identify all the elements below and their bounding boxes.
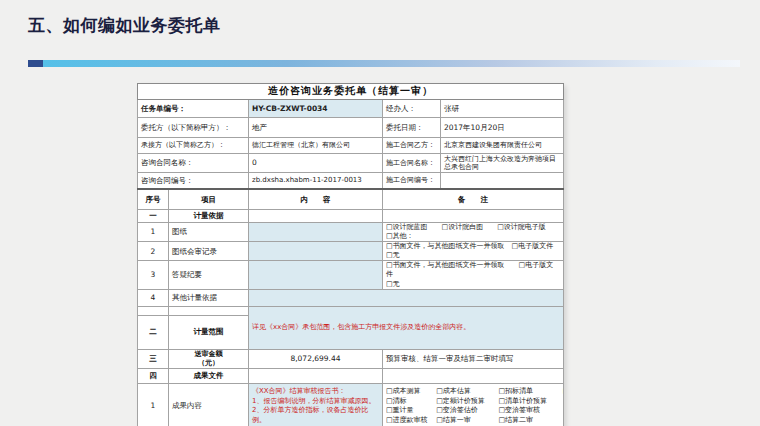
form-title: 造价咨询业务委托单（结算一审） [138, 84, 564, 100]
accent-bar-gradient [43, 60, 740, 67]
table-row-result-content: 1 成果内容 《XX合同》结算审核报告书： 1、报告编制说明，分析结算审减原因。… [138, 383, 564, 426]
checkbox-bid-clarify: □清标 [386, 397, 434, 406]
amount-value: 8,072,699.44 [249, 349, 383, 368]
checkbox-line-1: □成本测算 □成本估算 □招标清单 □标底 [386, 387, 560, 396]
row2-item: 图纸会审记录 [169, 242, 249, 261]
result-seq: 1 [138, 383, 169, 426]
row2-remark-checkboxes: □书面文件，与其他图纸文件一并领取 □电子版文件 [386, 242, 560, 251]
section-row-basis: 一 计量依据 [138, 210, 564, 223]
section1-content [249, 210, 383, 223]
checkbox-cost-assessment: □成本估算 [436, 387, 496, 396]
row3-item: 答疑纪要 [169, 261, 249, 289]
row1-seq: 1 [138, 223, 169, 242]
task-no-value: HY-CB-ZXWT-0034 [249, 100, 383, 118]
spacer-row: 详见《xx合同》承包范围，包含施工方申报文件涉及造价的全部内容。 [138, 306, 564, 315]
row3-remark: □书面文件，与其他图纸文件一并领取 □电子版文件 □无 [383, 261, 564, 289]
section2-item: 计量范围 [169, 315, 249, 349]
row4-item: 其他计量依据 [169, 289, 249, 306]
checkbox-list-budget: □清单计价预算 [498, 397, 560, 406]
section3-seq: 三 [138, 349, 169, 368]
accent-bar-block [28, 60, 43, 67]
result-content-line1: 《XX合同》结算审核报告书： [252, 387, 379, 396]
row1-item: 图纸 [169, 223, 249, 242]
checkbox-base-price: □标底 [563, 387, 564, 395]
construction-contract-name-label: 施工合同名称： [383, 154, 441, 173]
checkbox-settlement-first-review: □结算一审 [436, 416, 496, 425]
info-row-consult-contract-name: 咨询合同名称： 0 施工合同名称： 大兴西红门上海大众改造为奔驰项目总承包合同 [138, 154, 564, 173]
handler-value: 张研 [441, 100, 564, 118]
section4-remark [383, 368, 564, 383]
consult-contract-no-label: 咨询合同编号： [138, 173, 249, 189]
header-remark: 备 注 [383, 189, 564, 210]
row2-content [249, 242, 383, 261]
entrust-date-value: 2017年10月20日 [441, 118, 564, 138]
checkbox-progress-payment-audit: □进度款审核 [386, 416, 434, 425]
header-seq: 序号 [138, 189, 169, 210]
construction-contract-no-label: 施工合同编号： [383, 173, 441, 189]
section1-seq: 一 [138, 210, 169, 223]
amount-item-line2: （元） [172, 359, 245, 367]
contractor-value: 德汇工程管理（北京）有限公司 [249, 138, 383, 154]
header-item: 项目 [169, 189, 249, 210]
info-row-contractor: 承接方（以下简称乙方）： 德汇工程管理（北京）有限公司 施工合同乙方： 北京京西… [138, 138, 564, 154]
title-accent-bar [28, 60, 740, 67]
row2-remark: □书面文件，与其他图纸文件一并领取 □电子版文件 □无 [383, 242, 564, 261]
checkbox-quota-budget: □定额计价预算 [436, 397, 496, 406]
presentation-slide: 五、如何编如业务委托单 造价咨询业务委托单（结算一审） 任务单编号： HY-CB… [0, 0, 760, 426]
checkbox-line-4: □进度款审核 □结算一审 □结算二审 [386, 416, 560, 425]
row1-content [249, 223, 383, 242]
row4-seq: 4 [138, 289, 169, 306]
checkbox-line-3: □重计量 □变洽签估价 □变洽签审核 [386, 406, 560, 415]
row3-seq: 3 [138, 261, 169, 289]
slide-title: 五、如何编如业务委托单 [28, 14, 221, 37]
scope-content: 详见《xx合同》承包范围，包含施工方申报文件涉及造价的全部内容。 [249, 306, 564, 349]
handler-label: 经办人： [383, 100, 441, 118]
section2-seq: 二 [138, 315, 169, 349]
amount-item-line1: 送审金额 [172, 350, 245, 358]
construction-party-label: 施工合同乙方： [383, 138, 441, 154]
checkbox-line-2: □清标 □定额计价预算 □清单计价预算 [386, 397, 560, 406]
construction-contract-no-value [441, 173, 564, 189]
result-content: 《XX合同》结算审核报告书： 1、报告编制说明，分析结算审减原因。 2、分析单方… [249, 383, 383, 426]
table-header-row: 序号 项目 内 容 备 注 [138, 189, 564, 210]
amount-remark: 预算审核、结算一审及结算二审时填写 [383, 349, 564, 368]
spacer-seq [138, 306, 169, 315]
info-row-consult-contract-no: 咨询合同编号： zb.dxsha.xhabm-11-2017-0013 施工合同… [138, 173, 564, 189]
construction-party-value: 北京京西建设集团有限责任公司 [441, 138, 564, 154]
client-label: 委托方（以下简称甲方）： [138, 118, 249, 138]
section3-item: 送审金额 （元） [169, 349, 249, 368]
spacer-item [169, 306, 249, 315]
checkbox-change-valuation: □变洽签估价 [436, 406, 496, 415]
entrust-date-label: 委托日期： [383, 118, 441, 138]
table-row-qa-minutes: 3 答疑纪要 □书面文件，与其他图纸文件一并领取 □电子版文件 □无 [138, 261, 564, 289]
consult-contract-name-label: 咨询合同名称： [138, 154, 249, 173]
client-value: 地产 [249, 118, 383, 138]
checkbox-bid-list: □招标清单 [498, 387, 560, 396]
section4-seq: 四 [138, 368, 169, 383]
contractor-label: 承接方（以下简称乙方）： [138, 138, 249, 154]
result-content-line3: 2、分析单方造价指标，设备占造价比例。 [252, 406, 379, 425]
task-no-label: 任务单编号： [138, 100, 249, 118]
section4-item: 成果文件 [169, 368, 249, 383]
consult-contract-name-value: 0 [249, 154, 383, 173]
section1-item: 计量依据 [169, 210, 249, 223]
consult-contract-no-value: zb.dxsha.xhabm-11-2017-0013 [249, 173, 383, 189]
table-row-drawing-review: 2 图纸会审记录 □书面文件，与其他图纸文件一并领取 □电子版文件 □无 [138, 242, 564, 261]
checkbox-remeasure: □重计量 [386, 406, 434, 415]
row3-remark-none-checkbox: □无 [386, 280, 560, 289]
section1-remark [383, 210, 564, 223]
section-row-deliverables: 四 成果文件 [138, 368, 564, 383]
table-row-other-basis: 4 其他计量依据 [138, 289, 564, 306]
commission-form-table: 造价咨询业务委托单（结算一审） 任务单编号： HY-CB-ZXWT-0034 经… [137, 83, 564, 426]
row3-remark-checkboxes: □书面文件，与其他图纸文件一并领取 □电子版文件 [386, 261, 560, 279]
row4-content [249, 289, 564, 306]
info-row-task-no: 任务单编号： HY-CB-ZXWT-0034 经办人： 张研 [138, 100, 564, 118]
commission-form-document: 造价咨询业务委托单（结算一审） 任务单编号： HY-CB-ZXWT-0034 经… [137, 83, 563, 426]
row1-remark-checkboxes: □设计院蓝图 □设计院白图 □设计院电子版 [386, 223, 560, 232]
result-remark-checkbox-grid: □成本测算 □成本估算 □招标清单 □标底 □清标 □定额计价预算 □清单计价预… [383, 383, 564, 426]
checkbox-change-audit: □变洽签审核 [498, 406, 560, 415]
header-content: 内 容 [249, 189, 383, 210]
result-content-line2: 1、报告编制说明，分析结算审减原因。 [252, 397, 379, 406]
row1-remark-other-checkbox: □其他： [386, 232, 560, 241]
checkbox-settlement-second-review: □结算二审 [498, 416, 560, 425]
